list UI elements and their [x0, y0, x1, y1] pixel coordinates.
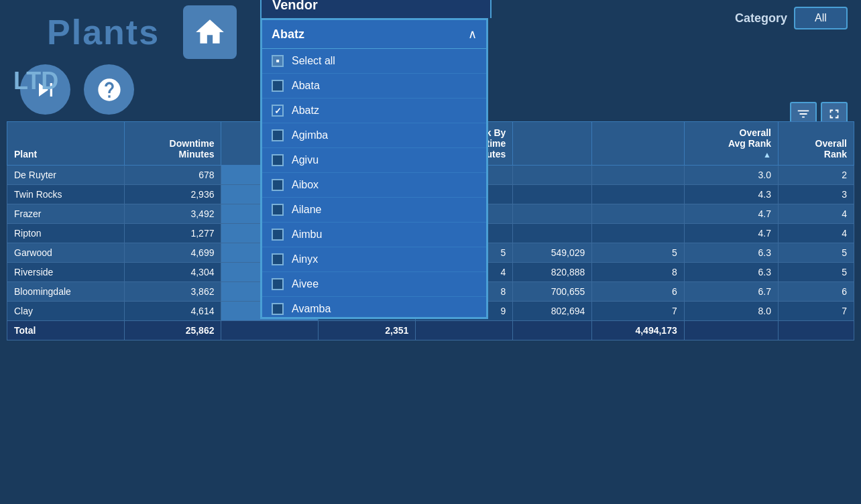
table-cell: 4,699: [124, 243, 221, 263]
vendor-list-item[interactable]: Aibox: [262, 173, 486, 198]
title-nav: LTD Plants: [7, 5, 243, 115]
vendor-item-label: Agivu: [292, 154, 319, 166]
table-cell: 678: [124, 166, 221, 185]
vendor-checkbox[interactable]: [272, 229, 284, 241]
table-cell: Riverside: [7, 263, 125, 282]
vendor-checkbox[interactable]: [272, 154, 284, 166]
total-cell: 2,351: [319, 321, 416, 340]
page-title: Plants: [47, 12, 160, 52]
table-cell: 3,492: [124, 204, 221, 224]
vendor-selected-row[interactable]: Abatz ∧: [262, 20, 486, 49]
category-label: Category: [735, 11, 787, 25]
table-cell: 3: [779, 185, 854, 204]
table-cell: [513, 224, 592, 243]
vendor-item-label: Aimbu: [292, 229, 322, 241]
table-cell: 6.3: [684, 263, 778, 282]
vendor-item-label: Abata: [292, 80, 320, 92]
vendor-checkbox[interactable]: [272, 204, 284, 216]
table-cell: 8.0: [684, 302, 778, 321]
help-icon: [96, 76, 123, 103]
vendor-list-item[interactable]: Aivee: [262, 272, 486, 297]
table-cell: 2,936: [124, 185, 221, 204]
table-cell: [592, 204, 684, 224]
vendor-list-item[interactable]: Avamba: [262, 297, 486, 317]
table-cell: 6.3: [684, 243, 778, 263]
table-cell: Ripton: [7, 224, 125, 243]
table-cell: De Ruyter: [7, 166, 125, 185]
vendor-list-item[interactable]: Agivu: [262, 148, 486, 173]
table-cell: [592, 185, 684, 204]
total-cell: [513, 321, 592, 340]
category-area: Category All: [735, 7, 848, 29]
table-cell: 4.3: [684, 185, 778, 204]
table-cell: 3,862: [124, 282, 221, 302]
vendor-item-label: Avamba: [292, 303, 331, 315]
vendor-checkbox[interactable]: [272, 303, 284, 315]
table-cell: 4: [779, 204, 854, 224]
col-plant[interactable]: Plant: [7, 122, 125, 166]
table-cell: 7: [592, 302, 684, 321]
vendor-list-item[interactable]: Ainyx: [262, 247, 486, 272]
help-button[interactable]: [84, 64, 134, 115]
vendor-list-item[interactable]: Ailane: [262, 198, 486, 223]
expand-icon: [827, 107, 842, 121]
home-icon: [193, 15, 227, 49]
vendor-list-item[interactable]: Abata: [262, 74, 486, 99]
ltd-label: LTD: [13, 67, 58, 95]
table-wrapper: Plant DowntimeMinutes Rank ByDowntimeMin…: [0, 121, 861, 347]
table-cell: 4.7: [684, 204, 778, 224]
filter-icon: [796, 107, 811, 121]
total-cell: 25,862: [124, 321, 221, 340]
table-cell: [592, 224, 684, 243]
table-cell: 5: [592, 243, 684, 263]
table-cell: 6: [592, 282, 684, 302]
table-cell: [513, 166, 592, 185]
vendor-checkbox[interactable]: [272, 55, 284, 67]
vendor-checkbox[interactable]: [272, 80, 284, 92]
vendor-checkbox[interactable]: [272, 105, 284, 117]
col-overall-avg-rank[interactable]: OverallAvg Rank▲: [684, 122, 778, 166]
table-cell: 2: [779, 166, 854, 185]
vendor-list-item[interactable]: Aimbu: [262, 223, 486, 247]
vendor-list-item[interactable]: Agimba: [262, 123, 486, 148]
table-cell: [513, 185, 592, 204]
chevron-up-icon: ∧: [468, 27, 477, 42]
total-cell: [221, 321, 319, 340]
col-overall-rank[interactable]: OverallRank: [779, 122, 854, 166]
vendor-checkbox[interactable]: [272, 253, 284, 265]
vendor-selected-text: Abatz: [272, 27, 304, 42]
vendor-list[interactable]: Select allAbataAbatzAgimbaAgivuAiboxAila…: [262, 49, 486, 317]
sort-arrow: ▲: [763, 150, 771, 160]
vendor-checkbox[interactable]: [272, 278, 284, 290]
vendor-item-label: Ainyx: [292, 253, 318, 265]
vendor-item-label: Select all: [292, 55, 335, 67]
title-row: LTD Plants: [7, 5, 243, 59]
total-cell: [416, 321, 513, 340]
table-cell: [592, 166, 684, 185]
table-cell: 4,614: [124, 302, 221, 321]
vendor-dropdown-container: Vendor Abatz ∧ Select allAbataAbatzAgimb…: [260, 0, 492, 319]
vendor-item-label: Ailane: [292, 204, 321, 216]
col-6[interactable]: [513, 122, 592, 166]
table-cell: 549,029: [513, 243, 592, 263]
vendor-dropdown[interactable]: Abatz ∧ Select allAbataAbatzAgimbaAgivuA…: [260, 18, 488, 319]
table-cell: Bloomingdale: [7, 282, 125, 302]
table-cell: 6.7: [684, 282, 778, 302]
table-cell: Frazer: [7, 204, 125, 224]
vendor-checkbox[interactable]: [272, 179, 284, 191]
table-cell: 7: [779, 302, 854, 321]
category-value[interactable]: All: [794, 7, 848, 29]
vendor-item-label: Agimba: [292, 129, 328, 141]
home-button[interactable]: [183, 5, 237, 59]
vendor-list-item[interactable]: Select all: [262, 49, 486, 74]
table-cell: Garwood: [7, 243, 125, 263]
total-cell: [779, 321, 854, 340]
col-downtime-minutes[interactable]: DowntimeMinutes: [124, 122, 221, 166]
table-cell: 700,655: [513, 282, 592, 302]
vendor-item-label: Aivee: [292, 278, 319, 290]
vendor-list-item[interactable]: Abatz: [262, 99, 486, 123]
vendor-item-label: Aibox: [292, 179, 319, 191]
vendor-header: Vendor: [260, 0, 492, 18]
col-7[interactable]: [592, 122, 684, 166]
vendor-checkbox[interactable]: [272, 129, 284, 141]
